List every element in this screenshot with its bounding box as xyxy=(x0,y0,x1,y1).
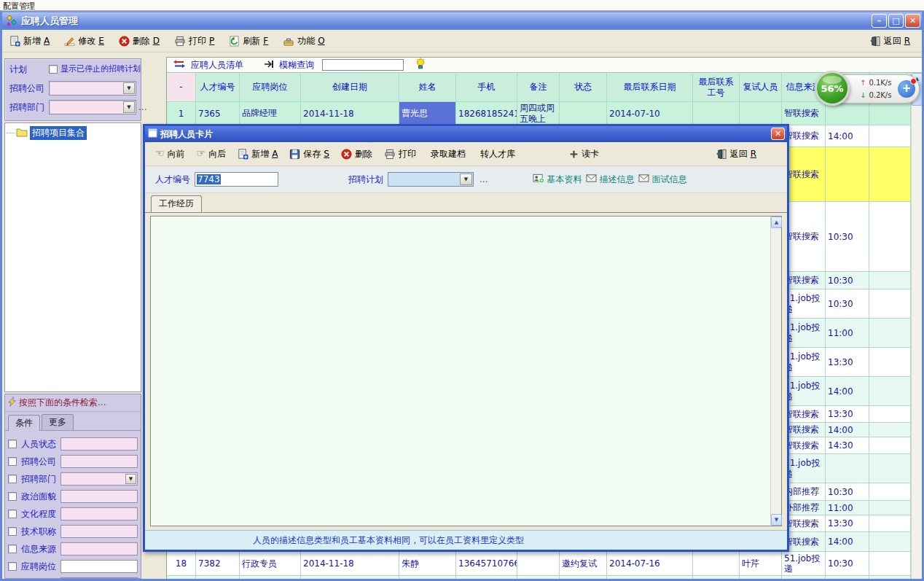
read-card-button[interactable]: 读卡 xyxy=(569,148,599,160)
table-cell[interactable] xyxy=(869,515,911,532)
filter-checkbox[interactable] xyxy=(8,527,17,536)
table-cell[interactable]: 11:00 xyxy=(826,319,869,348)
filter-checkbox[interactable] xyxy=(8,440,17,448)
table-row[interactable]: 187382行政专员2014-11-18朱静13645710766邀约复试201… xyxy=(167,552,911,576)
table-cell[interactable] xyxy=(517,576,560,579)
tab-more[interactable]: 更多 xyxy=(42,414,74,430)
column-header[interactable]: 姓名 xyxy=(399,73,456,102)
filter-field[interactable] xyxy=(60,507,138,520)
outer-menu-item[interactable]: 配置管理 xyxy=(3,1,35,12)
table-cell[interactable]: 14:30 xyxy=(826,437,869,454)
table-row[interactable] xyxy=(167,576,911,579)
table-cell[interactable] xyxy=(399,576,456,579)
table-cell[interactable]: 品牌经理 xyxy=(240,102,301,125)
back-button[interactable]: 返回R xyxy=(870,35,910,47)
table-cell[interactable]: 10:30 xyxy=(826,552,869,576)
table-cell[interactable] xyxy=(869,532,911,552)
close-button[interactable]: ✕ xyxy=(905,14,920,28)
table-cell[interactable]: 13:30 xyxy=(826,515,869,532)
chevron-down-icon[interactable]: ▼ xyxy=(123,82,135,94)
table-cell[interactable]: 7365 xyxy=(196,102,240,125)
table-cell[interactable]: 周四或周五晚上 xyxy=(517,102,560,125)
table-cell[interactable]: 14:00 xyxy=(826,125,869,147)
describe-info-link[interactable]: 描述信息 xyxy=(586,173,634,186)
chevron-down-icon[interactable]: ▼ xyxy=(125,474,136,484)
table-cell[interactable]: 10:30 xyxy=(826,289,869,319)
table-cell[interactable] xyxy=(560,102,607,125)
column-header[interactable]: 创建日期 xyxy=(301,73,399,102)
dialog-save-button[interactable]: 保存S xyxy=(289,148,329,160)
filter-checkbox[interactable] xyxy=(8,475,17,483)
toolbar-edit-button[interactable]: 修改E xyxy=(64,35,104,47)
table-cell[interactable] xyxy=(560,576,607,579)
textarea-scrollbar[interactable]: ▲ ▼ xyxy=(770,217,781,526)
table-cell[interactable] xyxy=(240,576,301,579)
table-row[interactable]: 17365品牌经理2014-11-18曹光思18268185241周四或周五晚上… xyxy=(167,102,911,125)
filter-field[interactable]: ▼ xyxy=(60,577,138,579)
table-cell[interactable] xyxy=(782,576,826,579)
fuzzy-query-label[interactable]: 模糊查询 xyxy=(279,59,314,71)
dialog-to-talent-pool-button[interactable]: 转人才库 xyxy=(477,148,515,160)
column-header[interactable]: 应聘岗位 xyxy=(240,73,301,102)
show-stopped-plans-checkbox[interactable] xyxy=(49,65,58,74)
table-cell[interactable] xyxy=(740,576,782,579)
column-header[interactable]: - xyxy=(167,73,196,102)
plan-more-button[interactable]: ... xyxy=(479,174,488,184)
table-cell[interactable]: 13:30 xyxy=(826,406,869,423)
table-cell[interactable] xyxy=(196,576,240,579)
column-header[interactable]: 复试人员 xyxy=(740,73,782,102)
filter-checkbox[interactable] xyxy=(8,545,17,553)
table-cell[interactable] xyxy=(869,552,911,576)
table-cell[interactable] xyxy=(826,454,869,483)
table-cell[interactable] xyxy=(869,289,911,319)
dialog-delete-button[interactable]: 删除 xyxy=(341,148,372,160)
table-cell[interactable]: 朱静 xyxy=(399,552,456,576)
talent-id-input[interactable]: 7743 xyxy=(195,172,278,187)
table-cell[interactable]: 2014-07-10 xyxy=(607,102,693,125)
table-cell[interactable]: 10:30 xyxy=(826,483,869,501)
vertical-scrollbar[interactable]: ▲ xyxy=(911,73,922,579)
table-cell[interactable] xyxy=(869,437,911,454)
table-cell[interactable] xyxy=(869,147,911,202)
table-cell[interactable] xyxy=(869,377,911,406)
table-cell[interactable] xyxy=(826,576,869,579)
dialog-close-button[interactable]: ✕ xyxy=(771,128,785,140)
dept-dropdown[interactable]: ▼ xyxy=(49,100,136,114)
table-cell[interactable] xyxy=(301,576,399,579)
filter-field[interactable] xyxy=(60,455,138,468)
table-cell[interactable] xyxy=(517,552,560,576)
table-cell[interactable]: 曹光思 xyxy=(399,102,456,125)
dept-more-button[interactable]: ... xyxy=(138,102,146,112)
interview-info-link[interactable]: 面试信息 xyxy=(638,173,686,186)
table-cell[interactable] xyxy=(167,576,196,579)
dialog-hire-archive-button[interactable]: 录取建档 xyxy=(428,148,466,160)
filter-field[interactable] xyxy=(60,525,138,538)
fuzzy-query-input[interactable] xyxy=(322,59,404,71)
table-cell[interactable]: 18 xyxy=(167,552,196,576)
table-cell[interactable]: 14:00 xyxy=(826,423,869,437)
table-cell[interactable]: 18268185241 xyxy=(456,102,517,125)
table-cell[interactable]: 2014-07-16 xyxy=(607,552,693,576)
toolbar-function-button[interactable]: 功能O xyxy=(283,35,324,47)
network-speed-widget[interactable]: ↑0.1K/s ↓0.2K/s 56% + xyxy=(815,70,921,109)
table-cell[interactable]: 14:00 xyxy=(826,377,869,406)
filter-checkbox[interactable] xyxy=(8,492,17,501)
table-cell[interactable]: 10:30 xyxy=(826,272,869,289)
applicant-list-label[interactable]: 应聘人员清单 xyxy=(191,59,243,71)
table-cell[interactable] xyxy=(869,319,911,348)
tree-item-label[interactable]: 招聘项目集合 xyxy=(30,126,87,140)
filter-field[interactable] xyxy=(60,490,138,503)
column-header[interactable]: 最后联系工号 xyxy=(693,73,740,102)
scroll-down-icon[interactable]: ▼ xyxy=(771,514,782,526)
table-cell[interactable]: 7382 xyxy=(196,552,240,576)
table-cell[interactable]: 叶芹 xyxy=(740,552,782,576)
table-cell[interactable]: 51.job投递 xyxy=(782,552,826,576)
filter-field[interactable] xyxy=(60,542,138,555)
company-dropdown[interactable]: ▼ xyxy=(49,81,136,95)
column-header[interactable]: 最后联系日期 xyxy=(607,73,693,102)
minimize-button[interactable]: – xyxy=(872,14,887,28)
table-cell[interactable] xyxy=(869,272,911,289)
table-cell[interactable] xyxy=(607,576,693,579)
column-header[interactable]: 手机 xyxy=(456,73,517,102)
filter-checkbox[interactable] xyxy=(8,510,17,518)
